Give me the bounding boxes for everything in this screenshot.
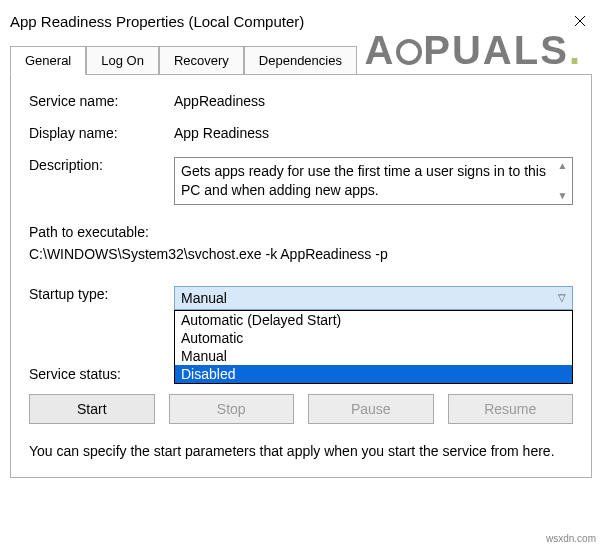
startup-type-dropdown[interactable]: Manual ▽	[174, 286, 573, 310]
close-button[interactable]	[558, 6, 602, 36]
footer-help-text: You can specify the start parameters tha…	[29, 442, 573, 462]
tab-strip: General Log On Recovery Dependencies	[10, 46, 592, 75]
window-title: App Readiness Properties (Local Computer…	[10, 13, 304, 30]
option-automatic[interactable]: Automatic	[175, 329, 572, 347]
scroll-up-icon[interactable]: ▲	[554, 159, 571, 173]
display-name-value: App Readiness	[174, 125, 573, 141]
tab-recovery[interactable]: Recovery	[159, 46, 244, 74]
description-text: Gets apps ready for use the first time a…	[181, 163, 546, 198]
pause-button[interactable]: Pause	[308, 394, 434, 424]
tab-general[interactable]: General	[10, 46, 86, 75]
start-button[interactable]: Start	[29, 394, 155, 424]
startup-type-listbox[interactable]: Automatic (Delayed Start) Automatic Manu…	[174, 310, 573, 384]
service-name-value: AppReadiness	[174, 93, 573, 109]
stop-button[interactable]: Stop	[169, 394, 295, 424]
tab-panel-general: Service name: AppReadiness Display name:…	[10, 75, 592, 478]
tab-dependencies[interactable]: Dependencies	[244, 46, 357, 74]
startup-type-selected: Manual	[181, 290, 227, 306]
path-label: Path to executable:	[29, 221, 573, 243]
startup-type-label: Startup type:	[29, 286, 174, 302]
service-status-label: Service status:	[29, 366, 174, 382]
description-textbox[interactable]: Gets apps ready for use the first time a…	[174, 157, 573, 205]
option-automatic-delayed[interactable]: Automatic (Delayed Start)	[175, 311, 572, 329]
chevron-down-icon: ▽	[558, 292, 566, 303]
scroll-down-icon[interactable]: ▼	[554, 189, 571, 203]
display-name-label: Display name:	[29, 125, 174, 141]
description-label: Description:	[29, 157, 174, 173]
description-scrollbar[interactable]: ▲ ▼	[554, 159, 571, 203]
resume-button[interactable]: Resume	[448, 394, 574, 424]
close-icon	[574, 15, 586, 27]
option-manual[interactable]: Manual	[175, 347, 572, 365]
watermark-url: wsxdn.com	[546, 533, 596, 544]
service-name-label: Service name:	[29, 93, 174, 109]
path-value: C:\WINDOWS\System32\svchost.exe -k AppRe…	[29, 243, 573, 265]
tab-logon[interactable]: Log On	[86, 46, 159, 74]
option-disabled[interactable]: Disabled	[175, 365, 572, 383]
